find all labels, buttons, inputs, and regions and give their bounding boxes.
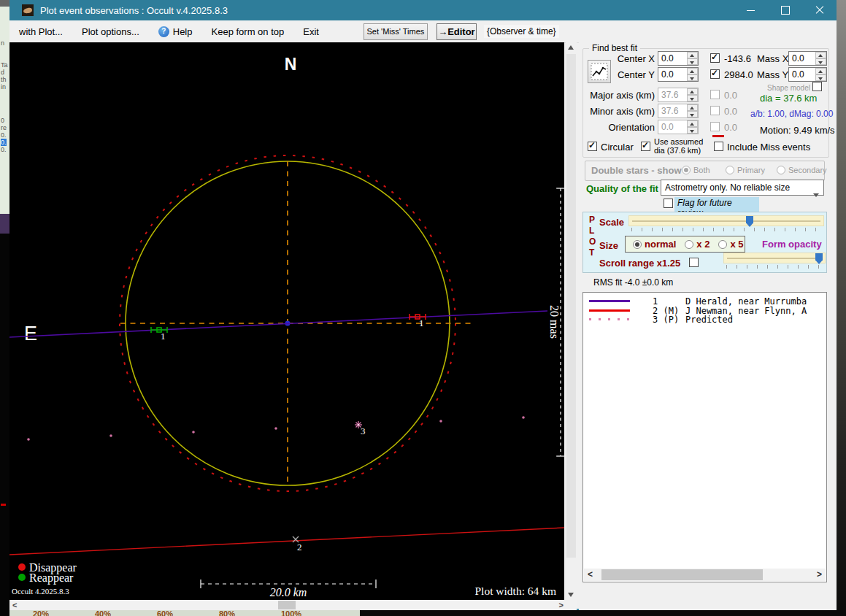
flag-review-checkbox[interactable] — [664, 199, 673, 208]
center-y-fit-checkbox[interactable] — [710, 69, 720, 79]
double-stars-group: Double stars - show Both Primary Seconda… — [585, 161, 825, 181]
double-stars-both-radio[interactable]: Both — [682, 166, 710, 174]
control-panel: Find best fit Center X 0.0 -143.6 Mass X… — [579, 42, 837, 610]
bg-fragment: in — [1, 83, 6, 91]
menu-exit[interactable]: Exit — [293, 26, 328, 37]
percent-label: 40% — [95, 610, 111, 616]
menu-plot-options[interactable]: Plot options... — [72, 26, 149, 37]
mass-y-spinner[interactable]: 0.0 — [788, 67, 827, 82]
chord-1-reappear-label: 1 — [161, 331, 166, 342]
form-opacity-slider-thumb[interactable] — [815, 253, 823, 264]
orientation-spinner[interactable]: 0.0 — [658, 120, 699, 134]
double-stars-primary-radio[interactable]: Primary — [726, 166, 765, 174]
spin-down-icon[interactable] — [687, 74, 698, 81]
use-assumed-checkbox[interactable] — [641, 142, 650, 151]
center-x-fit-checkbox[interactable] — [710, 53, 720, 63]
spin-down-icon[interactable] — [815, 58, 826, 65]
editor-button[interactable]: →Editor — [437, 23, 477, 40]
spin-down-icon[interactable] — [815, 74, 826, 81]
minimize-button[interactable] — [734, 0, 768, 20]
list-item[interactable]: 3 (P) Predicted — [583, 315, 826, 324]
scroll-up-icon[interactable] — [568, 45, 574, 50]
chord-1-line[interactable] — [9, 311, 547, 337]
list-item[interactable]: 1 D Herald, near Murrumba — [583, 296, 826, 306]
orientation-fit-checkbox[interactable] — [710, 122, 720, 131]
spin-up-icon[interactable] — [815, 52, 826, 58]
bg-fragment: d — [1, 69, 4, 76]
spin-down-icon — [687, 95, 698, 101]
circular-checkbox[interactable] — [588, 142, 597, 151]
list-horizontal-scrollbar[interactable]: < > — [584, 569, 826, 581]
bg-fragment: th — [1, 76, 7, 83]
mass-x-value[interactable]: 0.0 — [789, 52, 815, 65]
size-label: Size — [599, 240, 618, 251]
scroll-right-icon[interactable]: > — [559, 600, 564, 610]
size-x2-radio[interactable]: x 2 — [685, 239, 710, 250]
center-x-spinner[interactable]: 0.0 — [658, 51, 699, 66]
list-scroll-thumb[interactable] — [601, 569, 763, 580]
bg-dark-block — [0, 214, 9, 234]
include-miss-checkbox[interactable] — [714, 142, 723, 151]
spin-up-icon[interactable] — [687, 68, 698, 74]
minor-axis-spinner[interactable]: 37.6 — [658, 104, 699, 118]
mass-y-value[interactable]: 0.0 — [789, 68, 815, 81]
size-x5-radio[interactable]: x 5 — [718, 239, 743, 250]
quality-value: Astrometry only. No reliable size — [661, 182, 810, 193]
bg-fragment: re — [1, 124, 7, 131]
menu-help[interactable]: Help — [149, 26, 202, 37]
chord-dotted-sample — [589, 318, 630, 320]
orientation-label: Orientation — [590, 122, 655, 133]
close-button[interactable] — [802, 0, 837, 20]
plot-canvas[interactable]: N E 1 — [9, 42, 564, 600]
observer-time-label: {Observer & time} — [484, 25, 559, 38]
bg-fragment: Ta — [1, 61, 8, 69]
quality-dropdown[interactable]: Astrometry only. No reliable size — [661, 180, 824, 196]
plot-controls-panel: P L O T Scale Size normal x 2 x 5 Form o… — [582, 212, 827, 273]
plot-horizontal-scrollbar[interactable]: < > — [9, 600, 577, 610]
chord-1-disappear-label: 1 — [419, 317, 424, 328]
observations-list[interactable]: 1 D Herald, near Murrumba 2 (M) J Newman… — [582, 292, 827, 582]
scale-slider[interactable] — [628, 215, 824, 226]
spin-up-icon[interactable] — [815, 68, 826, 74]
scroll-range-checkbox[interactable] — [689, 258, 699, 267]
minor-axis-fit-checkbox[interactable] — [710, 106, 720, 115]
size-normal-radio[interactable]: normal — [633, 239, 676, 250]
horizontal-scroll-thumb[interactable] — [278, 601, 296, 609]
titlebar[interactable]: Plot event observations : Occult v.4.202… — [9, 0, 837, 20]
center-y-spinner[interactable]: 0.0 — [658, 67, 699, 82]
chord-3-label: 3 — [361, 426, 366, 436]
motion-readout: Motion: 9.49 km/s — [760, 125, 835, 136]
set-miss-times-button[interactable]: Set 'Miss' Times — [364, 23, 428, 40]
shape-model-checkbox[interactable] — [812, 82, 822, 91]
maximize-button[interactable] — [768, 0, 802, 20]
center-x-value[interactable]: 0.0 — [658, 52, 687, 65]
background-window-left-sliver: n Ta d th in 0 re 0. 0. 0. — [0, 0, 9, 616]
mass-x-spinner[interactable]: 0.0 — [788, 51, 827, 66]
major-axis-spinner[interactable]: 37.6 — [658, 88, 699, 102]
plot-letter: P — [589, 215, 595, 225]
slider-groove — [727, 258, 822, 259]
bg-black-block — [0, 234, 9, 616]
scale-slider-thumb[interactable] — [746, 216, 753, 227]
form-opacity-slider[interactable] — [723, 253, 826, 263]
plot-vertical-scrollbar[interactable] — [566, 42, 577, 600]
size-x2-label: x 2 — [696, 239, 710, 250]
plot-svg: N E 1 — [9, 42, 564, 600]
vertical-scroll-thumb[interactable] — [566, 54, 576, 558]
menu-with-plot[interactable]: with Plot... — [9, 26, 72, 37]
center-y-value[interactable]: 0.0 — [658, 68, 687, 81]
major-axis-fit-checkbox[interactable] — [710, 90, 720, 99]
menu-keep-on-top[interactable]: Keep form on top — [202, 26, 294, 37]
chord-2-label: 2 — [297, 542, 302, 553]
scroll-left-icon[interactable]: < — [588, 569, 593, 580]
spin-down-icon[interactable] — [687, 58, 698, 65]
double-stars-secondary-radio[interactable]: Secondary — [777, 166, 827, 174]
chord-2-line[interactable] — [9, 528, 564, 555]
window-title: Plot event observations : Occult v.4.202… — [40, 5, 228, 16]
list-item[interactable]: 2 (M) J Newman, near Flynn, A — [583, 306, 826, 315]
scroll-right-icon[interactable]: > — [817, 569, 822, 580]
spin-up-icon[interactable] — [687, 52, 698, 58]
scroll-down-icon[interactable] — [568, 593, 574, 597]
spin-up-icon — [687, 120, 698, 127]
scroll-left-icon[interactable]: < — [12, 600, 17, 610]
